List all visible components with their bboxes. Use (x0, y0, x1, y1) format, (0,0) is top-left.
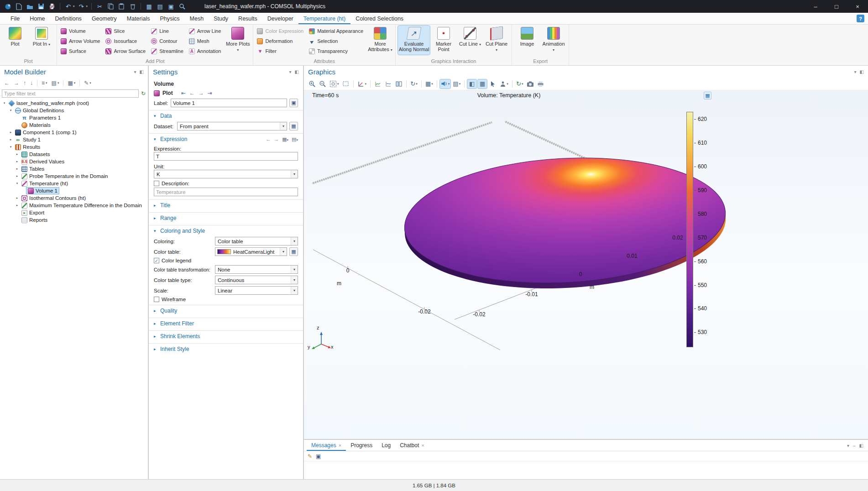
tab-physics[interactable]: Physics (155, 13, 184, 24)
chevron-expanded-icon[interactable]: ▾ (15, 182, 20, 185)
section-expression[interactable]: ▾ Expression ← → ▦▾ ▤▾ (149, 133, 303, 144)
section-data[interactable]: ▾ Data (149, 110, 303, 121)
evaluate-along-normal-button[interactable]: ↗ Evaluate Along Normal (398, 26, 430, 55)
plot-in-button[interactable]: Plot In ▾ (29, 26, 54, 55)
tab-temperature-ht[interactable]: Temperature (ht) (298, 13, 350, 24)
zoom-in-icon[interactable] (308, 79, 317, 89)
select-entities-icon[interactable] (488, 79, 497, 89)
plot-along-line-icon[interactable] (373, 79, 382, 89)
refresh-filter-icon[interactable]: ↻ (141, 90, 146, 97)
tree-filter-input[interactable] (2, 89, 139, 98)
plot-button[interactable]: Plot (2, 26, 28, 55)
tree-item-probe-temperature[interactable]: ▸Probe Temperature in the Domain (0, 172, 148, 180)
marker-point-button[interactable]: • Marker Point (431, 26, 456, 55)
chevron-expanded-icon[interactable]: ▾ (8, 109, 13, 112)
tab-mesh[interactable]: Mesh (185, 13, 209, 24)
dataset-dropdown[interactable]: From parent▾ (177, 122, 287, 131)
plot-through-point-icon[interactable] (384, 79, 393, 89)
move-down-icon[interactable]: ↓ (30, 80, 33, 86)
tab-results[interactable]: Results (233, 13, 262, 24)
chevron-expanded-icon[interactable]: ▾ (2, 101, 7, 105)
zoom-extents-icon[interactable]: ▾ (329, 79, 340, 89)
zoom-out-icon[interactable] (318, 79, 327, 89)
section-inherit-style[interactable]: ▸ Inherit Style (149, 343, 303, 354)
float-panel-icon[interactable]: ◧ (860, 69, 864, 74)
more-attributes-button[interactable]: More Attributes ▾ (367, 26, 393, 55)
contour-button[interactable]: Contour (150, 36, 187, 46)
coloring-dropdown[interactable]: Color table▾ (215, 237, 298, 246)
parameters-table-icon[interactable]: ▦ (145, 2, 153, 11)
panel-menu-caret-icon[interactable]: ▾ (289, 69, 292, 74)
undo-icon[interactable]: ↶ (64, 2, 73, 11)
copy-messages-icon[interactable]: ▣ (316, 453, 321, 460)
plot-next-icon[interactable]: → (199, 90, 204, 96)
close-tab-icon[interactable]: × (339, 443, 341, 448)
wireframe-checkbox[interactable] (154, 297, 159, 302)
tab-chatbot[interactable]: Chatbot× (395, 440, 429, 451)
tree-item-materials[interactable]: Materials (0, 121, 148, 129)
wafer-volume[interactable] (401, 150, 729, 296)
tree-item-temperature-ht[interactable]: ▾Temperature (ht) (0, 180, 148, 187)
split-view-icon[interactable]: ◧ (467, 79, 476, 89)
expression-forward-icon[interactable]: → (274, 136, 279, 142)
tab-messages[interactable]: Messages× (307, 440, 346, 451)
volume-plot-button[interactable]: Volume (59, 26, 103, 36)
redo-caret-icon[interactable]: ▾ (86, 5, 88, 8)
tree-item-component[interactable]: ▸Component 1 (comp 1) (0, 129, 148, 136)
clear-messages-icon[interactable]: ✎ (308, 453, 312, 460)
section-quality[interactable]: ▸ Quality (149, 305, 303, 316)
tree-columns-button[interactable]: ▦▾ (68, 80, 75, 86)
move-up-icon[interactable]: ↑ (23, 80, 26, 86)
search-icon[interactable] (178, 2, 186, 11)
tree-item-study[interactable]: ▸∞Study 1 (0, 136, 148, 143)
messages-content[interactable] (304, 461, 868, 479)
chevron-collapsed-icon[interactable]: ▸ (15, 160, 20, 163)
scene-settings-icon[interactable]: ▦▾ (424, 79, 434, 89)
plot-last-icon[interactable]: ⇥ (208, 90, 212, 96)
tab-file[interactable]: File (5, 13, 25, 24)
streamline-button[interactable]: Streamline (150, 46, 187, 56)
expression-input[interactable] (154, 152, 298, 161)
tree-item-tables[interactable]: ▸Tables (0, 165, 148, 172)
sound-icon[interactable]: ▾ (440, 79, 451, 89)
undo-caret-icon[interactable]: ▾ (73, 5, 75, 8)
section-shrink-elements[interactable]: ▸ Shrink Elements (149, 330, 303, 341)
chevron-expanded-icon[interactable]: ▾ (8, 145, 13, 149)
forward-icon[interactable]: → (14, 80, 19, 86)
replace-expression-button[interactable]: ▦▾ (282, 136, 288, 142)
description-input[interactable] (154, 188, 298, 196)
material-browser-icon[interactable]: ▣ (167, 2, 175, 11)
section-coloring-and-style[interactable]: ▾ Coloring and Style (149, 225, 303, 236)
tab-colored-selections[interactable]: Colored Selections (350, 13, 408, 24)
panel-menu-caret-icon[interactable]: ▾ (134, 69, 136, 74)
more-plots-button[interactable]: More Plots ▾ (225, 26, 251, 55)
float-panel-icon[interactable]: ◧ (140, 69, 144, 74)
go-to-default-view-icon[interactable]: ▾ (356, 79, 368, 89)
maximize-button[interactable]: □ (826, 0, 847, 13)
expression-back-icon[interactable]: ← (266, 136, 271, 142)
cut-plane-button[interactable]: Cut Plane ▾ (484, 26, 509, 55)
tree-item-export[interactable]: ▸Export (0, 209, 148, 216)
section-range[interactable]: ▸ Range (149, 212, 303, 223)
tree-item-root[interactable]: ▾laser_heating_wafer.mph (root) (0, 99, 148, 107)
new-file-icon[interactable] (15, 2, 23, 11)
help-icon[interactable]: ? (857, 15, 864, 22)
tab-definitions[interactable]: Definitions (50, 13, 87, 24)
collapse-tree-button[interactable]: ≡▾ (42, 80, 47, 86)
window-layout-icon[interactable]: ▤▾ (452, 79, 461, 89)
tree-item-global-definitions[interactable]: ▾Global Definitions (0, 107, 148, 114)
arrow-surface-button[interactable]: Arrow Surface (104, 46, 149, 56)
chevron-collapsed-icon[interactable]: ▸ (15, 174, 20, 178)
unit-dropdown[interactable]: K▾ (154, 170, 298, 178)
tab-home[interactable]: Home (25, 13, 50, 24)
chevron-collapsed-icon[interactable]: ▸ (15, 167, 20, 171)
chevron-collapsed-icon[interactable]: ▸ (15, 196, 20, 200)
selection-button[interactable]: ▶Selection (308, 36, 366, 46)
plot-previous-icon[interactable]: ← (189, 90, 195, 96)
chevron-collapsed-icon[interactable]: ▸ (15, 152, 20, 156)
deformation-button[interactable]: Deformation (256, 36, 307, 46)
delete-icon[interactable] (128, 2, 137, 11)
paste-icon[interactable] (117, 2, 126, 11)
float-panel-icon[interactable]: ◧ (859, 443, 863, 448)
tab-progress[interactable]: Progress (346, 440, 377, 451)
